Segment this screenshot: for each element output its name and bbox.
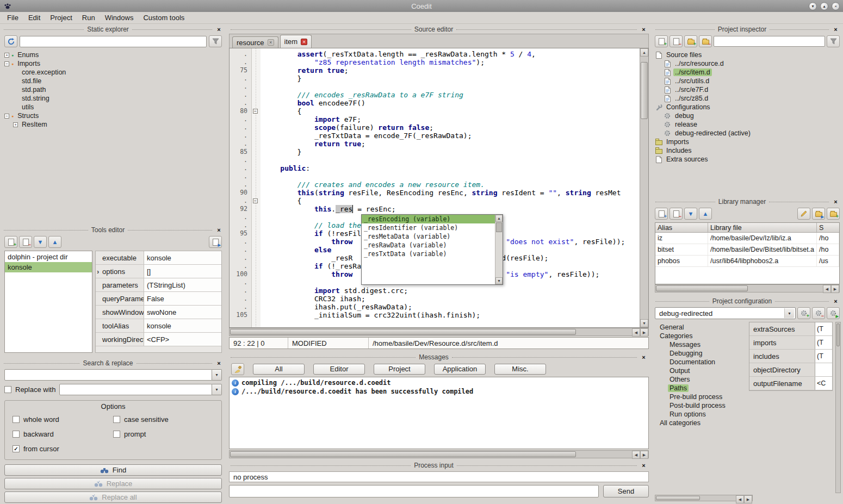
shade-button[interactable]: ▾ <box>809 2 817 10</box>
scroll-left-icon[interactable]: ◀ <box>632 328 640 337</box>
replace-with-checkbox[interactable] <box>4 386 11 393</box>
property-value[interactable]: konsole <box>144 319 221 332</box>
filter-icon[interactable] <box>209 35 222 47</box>
scroll-left-icon[interactable]: ◀ <box>632 451 640 459</box>
config-category[interactable]: Paths <box>655 384 746 393</box>
checkbox-prompt[interactable] <box>113 431 120 438</box>
inspector-node[interactable]: ../src/e7F.d <box>653 85 842 94</box>
code-text[interactable]: ihash.put(_resRawData); <box>261 303 412 311</box>
clone-configuration-button[interactable]: ▶ <box>827 307 840 319</box>
fold-icon[interactable]: − <box>253 198 258 203</box>
tab-close-icon[interactable]: × <box>301 39 307 45</box>
move-tool-down-button[interactable]: ▼ <box>34 236 47 248</box>
checkbox-case-sensitive[interactable] <box>113 416 120 423</box>
add-library-folder-button[interactable]: + <box>827 208 840 220</box>
remove-library-button[interactable]: − <box>670 208 683 220</box>
hscroll-thumb[interactable] <box>230 329 576 335</box>
tab-close-icon[interactable]: × <box>268 39 274 46</box>
code-text[interactable]: { <box>261 107 301 115</box>
symbol-search-input[interactable] <box>20 36 207 47</box>
tool-list-item[interactable]: dolphin - project dir <box>5 252 92 262</box>
remove-configuration-button[interactable]: − <box>812 307 825 319</box>
code-text[interactable]: this(string resFile, ResEncoding resEnc,… <box>261 189 621 197</box>
messages-filter-application[interactable]: Application <box>434 364 486 375</box>
popup-scroll-thumb[interactable] <box>496 222 502 232</box>
code-text[interactable]: bool encodee7F() <box>261 99 365 107</box>
inspector-node[interactable]: ../src/resource.d <box>653 59 842 68</box>
library-from-folder-button[interactable]: ▶ <box>812 208 825 220</box>
close-panel-icon[interactable]: × <box>832 298 839 304</box>
move-tool-up-button[interactable]: ▲ <box>48 236 61 248</box>
vscroll-thumb[interactable] <box>641 62 648 119</box>
config-category[interactable]: General <box>655 323 746 332</box>
property-value[interactable]: (TStringList) <box>144 278 221 291</box>
code-text[interactable]: import std.digest.crc; <box>261 287 408 295</box>
inspector-node[interactable]: Imports <box>653 138 842 146</box>
property-value[interactable]: False <box>144 292 221 305</box>
scroll-right-icon[interactable]: ▶ <box>831 285 839 293</box>
static-explorer-node[interactable]: core.exception <box>1 68 225 77</box>
hscroll-track[interactable] <box>230 328 632 335</box>
option-from-cursor[interactable]: ✓from cursor <box>13 445 113 453</box>
editor-vscrollbar[interactable]: ▲ ▼ <box>640 48 648 327</box>
config-category[interactable]: Messages <box>655 340 746 349</box>
close-window-button[interactable]: × <box>832 2 840 10</box>
completion-item[interactable]: _resEncoding (variable) <box>362 215 495 223</box>
move-library-up-button[interactable]: ▲ <box>699 208 712 220</box>
static-explorer-node[interactable]: +ResItem <box>1 120 225 129</box>
library-column-header[interactable]: Alias <box>655 223 708 232</box>
scroll-left-icon[interactable]: ◀ <box>823 285 831 293</box>
code-text[interactable] <box>261 213 263 221</box>
static-explorer-node[interactable]: +●Enums <box>1 51 225 59</box>
completion-item[interactable]: _resIdentifier (variable) <box>362 223 495 232</box>
code-text[interactable]: this._res = resEnc; <box>261 205 396 213</box>
config-category[interactable]: Documentation <box>655 358 746 366</box>
option-prompt[interactable]: prompt <box>113 430 214 438</box>
popup-scroll-track[interactable] <box>495 222 503 277</box>
remove-folder-button[interactable]: − <box>699 35 712 47</box>
completion-scrollbar[interactable]: ▲ ▼ <box>495 215 503 284</box>
replace-button[interactable]: Replace <box>4 478 222 489</box>
code-text[interactable]: /// creates and encodes a new resource i… <box>261 181 485 189</box>
code-text[interactable]: CRC32 ihash; <box>261 295 365 303</box>
config-category[interactable]: Run options <box>655 410 746 419</box>
close-panel-icon[interactable]: × <box>215 227 222 233</box>
search-term-input[interactable] <box>4 369 212 381</box>
inspector-node[interactable]: ../src/item.d <box>653 68 842 77</box>
tree-expander-icon[interactable]: + <box>4 53 9 58</box>
hscroll-thumb[interactable] <box>230 451 576 457</box>
property-value[interactable]: (T <box>815 336 832 349</box>
filter-icon[interactable] <box>827 35 840 47</box>
inspector-node[interactable]: ../src/utils.d <box>653 77 842 85</box>
scroll-right-icon[interactable]: ▶ <box>640 328 648 337</box>
maximize-button[interactable]: ▴ <box>820 2 828 10</box>
option-case-sensitive[interactable]: case sensitive <box>113 415 214 424</box>
checkbox-from-cursor[interactable]: ✓ <box>13 445 20 452</box>
scroll-down-icon[interactable]: ▼ <box>640 319 648 327</box>
code-text[interactable]: } <box>261 74 301 83</box>
editor-tab-item[interactable]: item× <box>280 35 312 48</box>
code-text[interactable]: "z85 representation length mismatches"); <box>261 58 485 66</box>
static-explorer-node[interactable]: −●Structs <box>1 111 225 120</box>
inspector-node[interactable]: debug-redirected (active) <box>653 129 842 138</box>
menu-item-project[interactable]: Project <box>45 13 77 23</box>
replace-term-input[interactable] <box>59 384 212 395</box>
code-text[interactable]: import e7F; <box>261 115 361 123</box>
property-value[interactable]: <C <box>815 377 832 390</box>
static-explorer-node[interactable]: std.path <box>1 85 225 94</box>
scroll-left-icon[interactable]: ◀ <box>736 495 744 503</box>
static-explorer-node[interactable]: std.file <box>1 77 225 85</box>
code-text[interactable]: /// encodes _resRawData to a e7F string <box>261 91 463 99</box>
property-value[interactable]: swoNone <box>144 306 221 319</box>
code-text[interactable] <box>261 172 263 181</box>
completion-item[interactable]: _resRawData (variable) <box>362 241 495 250</box>
property-value[interactable]: (T <box>815 350 832 363</box>
property-expander-icon[interactable]: › <box>97 267 99 276</box>
configuration-select[interactable]: debug-redirected ▾ <box>655 307 796 319</box>
code-text[interactable]: return true; <box>261 140 365 148</box>
scroll-down-icon[interactable]: ▼ <box>495 277 503 284</box>
code-pane[interactable]: . assert(_resTxtData.length == _resRawDa… <box>230 48 640 327</box>
static-explorer-node[interactable]: std.string <box>1 94 225 103</box>
code-text[interactable] <box>261 156 263 164</box>
move-library-down-button[interactable]: ▼ <box>684 208 697 220</box>
